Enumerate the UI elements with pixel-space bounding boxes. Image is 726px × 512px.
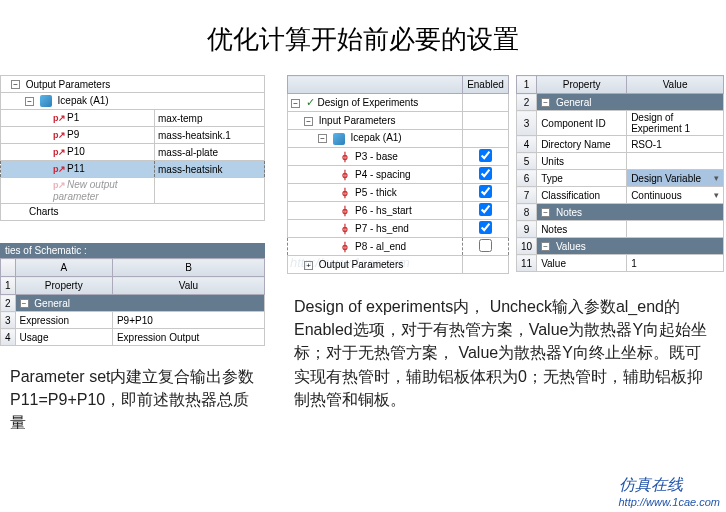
col-header: Property [15, 277, 112, 295]
param-name: P7 - hs_end [355, 223, 409, 234]
prop-value: Design of Experiment 1 [627, 111, 724, 136]
enabled-checkbox[interactable] [479, 167, 492, 180]
prop-name: Usage [15, 329, 112, 346]
icepak-icon [333, 133, 345, 145]
col-header: Valu [112, 277, 264, 295]
tree-row[interactable]: − Icepak (A1) [1, 93, 265, 110]
table-row[interactable]: ɸP4 - spacing [288, 166, 509, 184]
collapse-icon[interactable]: − [291, 99, 300, 108]
tree-row[interactable]: − Output Parameters [1, 76, 265, 93]
param-name: P9 [67, 129, 79, 140]
collapse-icon[interactable]: − [541, 208, 550, 217]
enabled-checkbox[interactable] [479, 203, 492, 216]
input-param-icon: ɸ [342, 152, 352, 162]
section-label: Values [556, 241, 586, 252]
prop-name: Classification [537, 187, 627, 204]
prop-name: Component ID [537, 111, 627, 136]
param-icon: p↗ [53, 180, 64, 191]
param-name: P3 - base [355, 151, 398, 162]
table-row[interactable]: 4Directory NameRSO-1 [517, 136, 724, 153]
col-header-value: Value [627, 76, 724, 94]
watermark-text: 仿真在线 [619, 476, 683, 493]
table-row-selected[interactable]: p↗P11mass-heatsink [1, 161, 265, 178]
table-row[interactable]: 9Notes [517, 221, 724, 238]
output-params-tree: − Output Parameters − Icepak (A1) p↗P1ma… [0, 75, 265, 221]
row-number: 10 [517, 238, 537, 255]
collapse-icon[interactable]: − [541, 98, 550, 107]
table-row-unchecked[interactable]: ɸP8 - al_end [288, 238, 509, 256]
param-value: mass-heatsink.1 [155, 127, 265, 144]
section-label: General [556, 97, 592, 108]
prop-name: Value [537, 255, 627, 272]
table-row[interactable]: p↗P10mass-al-plate [1, 144, 265, 161]
row-number: 11 [517, 255, 537, 272]
param-icon: p↗ [53, 164, 64, 175]
param-name: P8 - al_end [355, 241, 406, 252]
param-name: P10 [67, 146, 85, 157]
collapse-icon[interactable]: − [318, 134, 327, 143]
param-icon: p↗ [53, 113, 64, 124]
prop-value: RSO-1 [627, 136, 724, 153]
prop-value: Design Variable [631, 173, 701, 184]
row-number: 4 [517, 136, 537, 153]
prop-value: Continuous [631, 190, 682, 201]
table-row[interactable]: p↗New output parameter [1, 178, 265, 204]
collapse-icon[interactable]: − [20, 299, 29, 308]
output-parameters-panel: − Output Parameters − Icepak (A1) p↗P1ma… [0, 75, 265, 221]
schematic-header: ties of Schematic : [0, 243, 265, 258]
prop-name: Directory Name [537, 136, 627, 153]
collapse-icon[interactable]: − [541, 242, 550, 251]
enabled-checkbox[interactable] [479, 239, 492, 252]
table-row[interactable]: ɸP6 - hs_start [288, 202, 509, 220]
description-right: Design of experiments内， Uncheck输入参数al_en… [294, 295, 712, 411]
input-param-icon: ɸ [342, 170, 352, 180]
enabled-checkbox[interactable] [479, 149, 492, 162]
table-row-selected[interactable]: 6TypeDesign Variable▾ [517, 170, 724, 187]
icepak-icon [40, 95, 52, 107]
input-param-icon: ɸ [342, 224, 352, 234]
prop-value: 1 [627, 255, 724, 272]
table-row[interactable]: ɸP3 - base [288, 148, 509, 166]
table-row[interactable]: 5Units [517, 153, 724, 170]
dropdown-icon[interactable]: ▾ [714, 173, 719, 183]
tree-row[interactable]: − Input Parameters [288, 112, 509, 130]
prop-value: P9+P10 [112, 312, 264, 329]
table-row[interactable]: p↗P9mass-heatsink.1 [1, 127, 265, 144]
table-row[interactable]: ɸP5 - thick [288, 184, 509, 202]
table-row[interactable]: 3ExpressionP9+P10 [1, 312, 265, 329]
input-param-icon: ɸ [342, 206, 352, 216]
slide-title: 优化计算开始前必要的设置 [0, 0, 726, 75]
doe-root-label: Design of Experiments [318, 97, 419, 108]
prop-name: Units [537, 153, 627, 170]
row-number: 1 [517, 76, 537, 94]
collapse-icon[interactable]: − [25, 97, 34, 106]
icepak-label: Icepak (A1) [58, 95, 109, 106]
charts-label: Charts [1, 203, 265, 220]
table-row[interactable]: 7ClassificationContinuous▾ [517, 187, 724, 204]
table-row[interactable]: 11Value1 [517, 255, 724, 272]
dropdown-icon[interactable]: ▾ [714, 190, 719, 200]
prop-value [627, 153, 724, 170]
check-icon: ✓ [306, 96, 315, 109]
section-label: Notes [556, 207, 582, 218]
tree-row[interactable]: − ✓ Design of Experiments [288, 94, 509, 112]
prop-value [627, 221, 724, 238]
enabled-checkbox[interactable] [479, 221, 492, 234]
col-header-property: Property [537, 76, 627, 94]
param-icon: p↗ [53, 130, 64, 141]
table-row[interactable]: ɸP7 - hs_end [288, 220, 509, 238]
section-label: General [34, 298, 70, 309]
enabled-checkbox[interactable] [479, 185, 492, 198]
input-param-icon: ɸ [342, 242, 352, 252]
collapse-icon[interactable]: − [11, 80, 20, 89]
table-row[interactable]: p↗P1max-temp [1, 110, 265, 127]
table-row[interactable]: Charts [1, 203, 265, 220]
param-name: P4 - spacing [355, 169, 411, 180]
tree-row[interactable]: − Icepak (A1) [288, 130, 509, 148]
table-row[interactable]: 4UsageExpression Output [1, 329, 265, 346]
table-row[interactable]: 3Component IDDesign of Experiment 1 [517, 111, 724, 136]
output-params-label: Output Parameters [26, 79, 110, 90]
param-icon: p↗ [53, 147, 64, 158]
schematic-panel: ties of Schematic : AB 1PropertyValu 2− … [0, 243, 265, 346]
collapse-icon[interactable]: − [304, 117, 313, 126]
